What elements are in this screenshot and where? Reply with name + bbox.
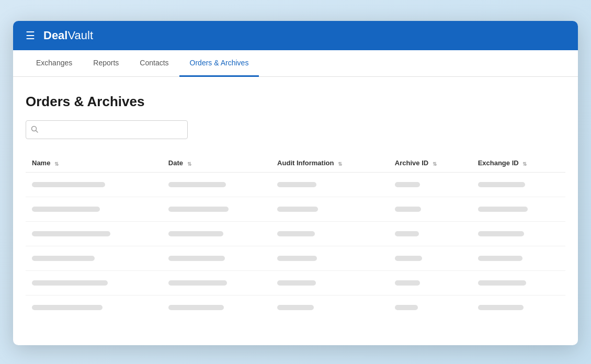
cell-name	[26, 173, 162, 197]
cell-audit	[271, 197, 389, 222]
table-header-row: Name Date Audit Information Archive ID	[26, 154, 565, 173]
cell-audit	[271, 246, 389, 271]
search-container	[26, 120, 188, 139]
skeleton-bar	[168, 231, 223, 236]
cell-date	[162, 246, 271, 271]
brand-logo: DealVault	[43, 29, 93, 42]
cell-audit	[271, 271, 389, 295]
col-header-name[interactable]: Name	[26, 154, 162, 173]
tab-orders-archives[interactable]: Orders & Archives	[179, 50, 259, 77]
skeleton-bar	[395, 207, 421, 212]
skeleton-bar	[277, 207, 318, 212]
skeleton-bar	[277, 231, 315, 236]
skeleton-bar	[277, 305, 314, 310]
skeleton-bar	[32, 182, 105, 187]
tab-reports[interactable]: Reports	[83, 50, 129, 77]
cell-date	[162, 271, 271, 295]
cell-name	[26, 295, 162, 320]
skeleton-bar	[168, 207, 229, 212]
table-row	[26, 271, 565, 295]
skeleton-bar	[395, 182, 420, 187]
cell-name	[26, 271, 162, 295]
skeleton-bar	[478, 280, 526, 286]
skeleton-bar	[277, 182, 316, 187]
search-input[interactable]	[26, 120, 188, 139]
cell-name	[26, 246, 162, 271]
tab-contacts[interactable]: Contacts	[129, 50, 179, 77]
tab-exchanges[interactable]: Exchanges	[26, 50, 83, 77]
cell-exchange	[472, 173, 565, 197]
cell-exchange	[472, 271, 565, 295]
skeleton-bar	[277, 280, 316, 286]
cell-name	[26, 197, 162, 222]
cell-date	[162, 295, 271, 320]
top-navigation: Exchanges Reports Contacts Orders & Arch…	[13, 50, 578, 77]
menu-icon[interactable]: ☰	[26, 29, 35, 42]
cell-archive	[389, 222, 472, 246]
sort-icon-archive	[433, 160, 438, 165]
table-row	[26, 222, 565, 246]
skeleton-bar	[32, 207, 100, 212]
col-header-date[interactable]: Date	[162, 154, 271, 173]
page-title: Orders & Archives	[26, 94, 565, 110]
col-header-exchange[interactable]: Exchange ID	[472, 154, 565, 173]
cell-exchange	[472, 222, 565, 246]
cell-name	[26, 222, 162, 246]
cell-date	[162, 173, 271, 197]
table-row	[26, 197, 565, 222]
cell-archive	[389, 271, 472, 295]
col-header-audit[interactable]: Audit Information	[271, 154, 389, 173]
cell-archive	[389, 295, 472, 320]
cell-exchange	[472, 295, 565, 320]
skeleton-bar	[277, 256, 317, 261]
skeleton-bar	[168, 305, 224, 310]
cell-archive	[389, 173, 472, 197]
data-table: Name Date Audit Information Archive ID	[26, 154, 565, 320]
sort-icon-name	[54, 160, 60, 165]
skeleton-bar	[32, 305, 103, 310]
search-icon	[31, 126, 38, 134]
skeleton-bar	[395, 305, 418, 310]
skeleton-bar	[478, 182, 525, 187]
brand-bold: Deal	[43, 29, 67, 42]
cell-audit	[271, 295, 389, 320]
cell-archive	[389, 246, 472, 271]
navbar: ☰ DealVault	[13, 21, 578, 50]
cell-date	[162, 197, 271, 222]
table-row	[26, 173, 565, 197]
skeleton-bar	[395, 256, 422, 261]
app-window: ☰ DealVault Exchanges Reports Contacts O…	[13, 21, 578, 345]
cell-audit	[271, 173, 389, 197]
skeleton-bar	[168, 280, 227, 286]
skeleton-bar	[478, 305, 524, 310]
sort-icon-audit	[338, 160, 343, 165]
sort-icon-exchange	[522, 160, 528, 165]
skeleton-bar	[168, 256, 225, 261]
skeleton-bar	[395, 280, 420, 286]
col-header-archive[interactable]: Archive ID	[389, 154, 472, 173]
skeleton-bar	[32, 280, 108, 286]
skeleton-bar	[32, 231, 110, 236]
skeleton-bar	[168, 182, 226, 187]
skeleton-bar	[32, 256, 95, 261]
skeleton-bar	[478, 207, 528, 212]
skeleton-bar	[395, 231, 419, 236]
brand-regular: Vault	[67, 29, 93, 42]
table-row	[26, 246, 565, 271]
cell-exchange	[472, 197, 565, 222]
cell-audit	[271, 222, 389, 246]
skeleton-bar	[478, 256, 522, 261]
skeleton-bar	[478, 231, 524, 236]
cell-exchange	[472, 246, 565, 271]
cell-date	[162, 222, 271, 246]
sort-icon-date	[187, 160, 192, 165]
cell-archive	[389, 197, 472, 222]
main-content: Orders & Archives Name Dat	[13, 77, 578, 332]
table-row	[26, 295, 565, 320]
svg-line-1	[36, 130, 38, 132]
